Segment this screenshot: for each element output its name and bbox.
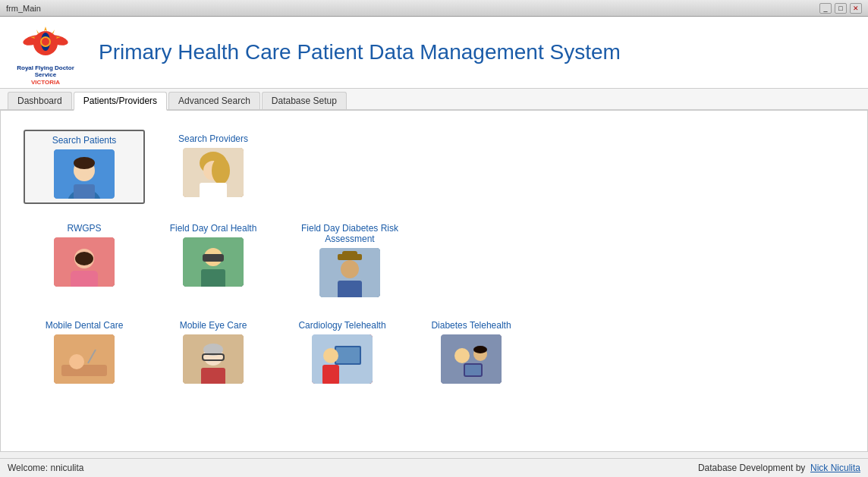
svg-marker-5 bbox=[52, 30, 55, 34]
cardiology-svg bbox=[312, 334, 373, 384]
menu-item-diabetes-telehealth[interactable]: Diabetes Telehealth bbox=[410, 316, 532, 388]
svg-marker-4 bbox=[44, 27, 47, 31]
field-day-diabetes-risk-label: Field Day Diabetes Risk Assessment bbox=[285, 223, 414, 244]
content-wrapper: Search Patients bbox=[16, 122, 852, 406]
rwgps-svg bbox=[54, 237, 115, 287]
rwgps-label: RWGPS bbox=[67, 223, 101, 234]
mobile-dental-care-label: Mobile Dental Care bbox=[46, 320, 124, 331]
field-day-diabetes-risk-photo bbox=[319, 248, 380, 297]
mobile-eye-care-image bbox=[183, 334, 244, 384]
close-button[interactable]: ✕ bbox=[850, 3, 862, 14]
svg-rect-34 bbox=[54, 334, 115, 384]
title-bar-buttons: _ □ ✕ bbox=[819, 3, 862, 14]
mobile-dental-svg bbox=[54, 334, 115, 384]
svg-rect-24 bbox=[71, 271, 98, 287]
main-title: Primary Health Care Patient Data Managem… bbox=[99, 40, 853, 64]
svg-point-32 bbox=[341, 260, 359, 278]
search-patients-photo bbox=[54, 149, 115, 199]
menu-item-search-providers[interactable]: Search Providers bbox=[153, 130, 274, 201]
oral-health-svg bbox=[183, 237, 244, 287]
svg-marker-7 bbox=[36, 30, 39, 34]
svg-point-14 bbox=[74, 157, 95, 169]
svg-rect-33 bbox=[338, 281, 362, 297]
title-bar: frm_Main _ □ ✕ bbox=[0, 0, 868, 17]
rwgps-image bbox=[54, 237, 115, 287]
minimize-button[interactable]: _ bbox=[819, 3, 832, 14]
menu-row-2: RWGPS bbox=[24, 219, 844, 301]
diabetes-telehealth-svg bbox=[441, 334, 502, 384]
menu-item-search-patients[interactable]: Search Patients bbox=[24, 130, 145, 204]
mobile-dental-care-image bbox=[54, 334, 115, 384]
svg-point-46 bbox=[323, 348, 338, 363]
svg-point-49 bbox=[454, 348, 470, 363]
status-bar: Welcome: nniculita Database Development … bbox=[0, 458, 868, 477]
rwgps-photo bbox=[54, 237, 115, 287]
tab-database-setup[interactable]: Database Setup bbox=[262, 92, 347, 109]
restore-button[interactable]: □ bbox=[835, 3, 847, 14]
search-providers-photo bbox=[183, 148, 244, 197]
menu-row-3: Mobile Dental Care bbox=[24, 316, 844, 388]
svg-rect-47 bbox=[322, 365, 339, 384]
field-day-diabetes-risk-image bbox=[319, 248, 380, 297]
diabetes-telehealth-photo bbox=[441, 334, 502, 384]
search-providers-svg bbox=[183, 148, 244, 197]
dev-text: Database Development by bbox=[698, 463, 805, 473]
search-patients-label: Search Patients bbox=[52, 135, 117, 146]
logo-subtext: VICTORIA bbox=[8, 79, 83, 86]
menu-item-mobile-dental-care[interactable]: Mobile Dental Care bbox=[24, 316, 145, 388]
field-day-oral-health-label: Field Day Oral Health bbox=[170, 223, 257, 234]
menu-item-rwgps[interactable]: RWGPS bbox=[24, 219, 145, 290]
welcome-text: Welcome: nniculita bbox=[8, 463, 84, 473]
diabetes-telehealth-label: Diabetes Telehealth bbox=[431, 320, 511, 331]
dev-link[interactable]: Nick Niculita bbox=[810, 463, 860, 473]
logo-name: Royal Flying Doctor Service VICTORIA bbox=[8, 64, 83, 86]
search-providers-label: Search Providers bbox=[178, 133, 248, 144]
cardiology-telehealth-photo bbox=[312, 334, 373, 384]
menu-item-mobile-eye-care[interactable]: Mobile Eye Care bbox=[153, 316, 274, 388]
field-day-oral-health-image bbox=[183, 237, 244, 287]
menu-item-field-day-diabetes-risk[interactable]: Field Day Diabetes Risk Assessment bbox=[281, 219, 418, 301]
svg-rect-15 bbox=[74, 184, 95, 199]
menu-row-1: Search Patients bbox=[24, 130, 844, 204]
svg-rect-35 bbox=[61, 365, 107, 376]
search-patients-svg bbox=[54, 149, 115, 199]
svg-rect-45 bbox=[336, 347, 360, 363]
field-day-oral-health-photo bbox=[183, 237, 244, 287]
rfds-logo bbox=[23, 19, 68, 64]
svg-point-23 bbox=[75, 252, 93, 265]
cardiology-telehealth-label: Cardiology Telehealth bbox=[298, 320, 385, 331]
svg-rect-20 bbox=[200, 183, 227, 197]
tab-advanced-search[interactable]: Advanced Search bbox=[168, 92, 260, 109]
svg-point-51 bbox=[473, 346, 487, 353]
mobile-eye-care-photo bbox=[183, 334, 244, 384]
mobile-eye-care-label: Mobile Eye Care bbox=[180, 320, 247, 331]
search-patients-image bbox=[54, 149, 115, 199]
svg-point-10 bbox=[42, 38, 49, 46]
status-right: Database Development by Nick Niculita bbox=[698, 463, 860, 473]
main-window: frm_Main _ □ ✕ bbox=[0, 0, 868, 477]
svg-rect-42 bbox=[201, 368, 225, 384]
tab-dashboard[interactable]: Dashboard bbox=[8, 92, 72, 109]
svg-rect-31 bbox=[342, 251, 357, 260]
svg-rect-28 bbox=[201, 269, 225, 287]
svg-point-19 bbox=[212, 157, 230, 184]
mobile-dental-care-photo bbox=[54, 334, 115, 384]
menu-item-field-day-oral-health[interactable]: Field Day Oral Health bbox=[153, 219, 274, 290]
nav-tabs: Dashboard Patients/Providers Advanced Se… bbox=[0, 89, 868, 111]
title-bar-text: frm_Main bbox=[6, 4, 819, 13]
menu-item-cardiology-telehealth[interactable]: Cardiology Telehealth bbox=[281, 316, 403, 388]
header: Royal Flying Doctor Service VICTORIA Pri… bbox=[0, 17, 868, 89]
cardiology-telehealth-image bbox=[312, 334, 373, 384]
main-content: Search Patients bbox=[0, 111, 868, 452]
search-providers-image bbox=[183, 148, 244, 197]
svg-rect-53 bbox=[465, 365, 481, 375]
svg-rect-27 bbox=[203, 254, 224, 262]
diabetes-risk-svg bbox=[319, 248, 380, 297]
tab-patients-providers[interactable]: Patients/Providers bbox=[74, 92, 167, 111]
diabetes-telehealth-image bbox=[441, 334, 502, 384]
mobile-eye-svg bbox=[183, 334, 244, 384]
svg-point-36 bbox=[69, 354, 84, 369]
logo-area: Royal Flying Doctor Service VICTORIA bbox=[8, 19, 83, 86]
menu-grid: Search Patients bbox=[24, 130, 844, 399]
